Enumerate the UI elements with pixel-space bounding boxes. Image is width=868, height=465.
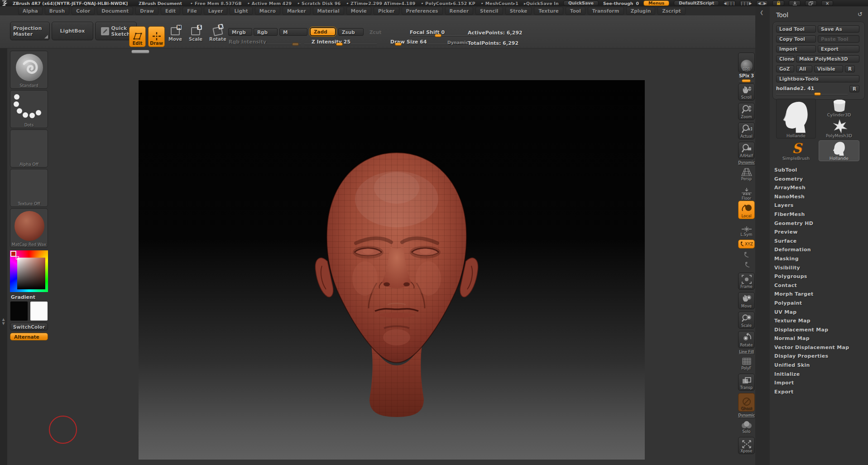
doc-nav-icon[interactable]: ◀❏▶ [756,0,768,6]
export-button[interactable]: Export [818,45,859,53]
rotate3d-button[interactable]: Rotate [738,331,755,348]
gradient-label[interactable]: Gradient [11,294,35,300]
xpose-button[interactable]: Xpose [738,437,755,454]
tool-section-item[interactable]: SubTool [770,166,868,175]
tool-section-item[interactable]: Polypaint [770,299,868,308]
menu-item[interactable]: Layer [204,7,228,15]
color-picker[interactable] [10,250,48,292]
projection-master-button[interactable]: Projection Master [10,22,50,40]
edit-button[interactable]: Edit [129,26,146,47]
menu-item[interactable]: Zscript [657,7,685,15]
tool-section-item[interactable]: Vector Displacement Map [770,343,868,352]
tool-section-item[interactable]: Layers [770,201,868,210]
lock-icon[interactable] [772,0,784,6]
transp-button[interactable]: Transp [738,374,755,391]
tool-thumb-hollande-small[interactable]: Hollande [819,140,859,161]
spix-handle[interactable] [742,79,751,82]
menu-item[interactable]: Render [445,7,474,15]
menu-item[interactable]: Texture [534,7,563,15]
palette-refresh-icon[interactable]: ↺ [858,11,863,18]
load-tool-button[interactable]: Load Tool [776,25,816,33]
menu-item[interactable]: Document [97,7,133,15]
tool-section-item[interactable]: Polygroups [770,272,868,281]
xyz-button[interactable]: XYZ [738,240,755,249]
current-tool-slider[interactable]: hollande2. 41 [776,86,815,91]
spix-label[interactable]: SPix 3 [738,73,755,78]
menu-item[interactable]: Stroke [505,7,532,15]
menu-item[interactable]: Light [230,7,252,15]
rgb-intensity-handle[interactable] [292,43,299,46]
polyf-button[interactable]: PolyF [738,354,755,371]
goz-all-button[interactable]: All [796,65,812,72]
current-tool-track[interactable] [776,94,848,95]
quicksave-button[interactable]: QuickSave [563,0,599,6]
divider-right-icon[interactable]: ❘❘❘▶ [740,0,752,6]
minimize-button[interactable] [789,0,801,6]
draw-button[interactable]: Draw [148,26,165,47]
see-through-value[interactable]: 0 [636,1,639,6]
document-canvas[interactable] [139,80,645,460]
frame-button[interactable]: Frame [738,273,755,290]
menu-item[interactable]: Brush [45,7,69,15]
menus-button[interactable]: Menus [643,0,669,6]
scale-button[interactable]: S Scale [189,27,202,42]
tool-section-item[interactable]: Export [770,388,868,397]
zsub-button[interactable]: Zsub [338,28,364,36]
zoom-button[interactable]: Zoom [738,103,755,120]
rgb-intensity-track[interactable] [229,44,301,44]
menu-item[interactable]: Picker [374,7,399,15]
tool-section-item[interactable]: Masking [770,254,868,264]
tool-section-item[interactable]: Preview [770,228,868,237]
menu-item[interactable]: Stencil [475,7,503,15]
tool-section-item[interactable]: Contact [770,281,868,290]
focal-shift-handle[interactable] [435,34,441,37]
divider-left-icon[interactable]: ◀❘❘❘ [724,0,735,6]
m-button[interactable]: M [279,28,307,36]
zcut-button[interactable]: Zcut [366,28,388,36]
main-color-swatch[interactable] [10,301,28,321]
tool-section-item[interactable]: Initialize [770,370,868,379]
menu-item[interactable]: Macro [255,7,280,15]
tool-section-item[interactable]: ArrayMesh [770,183,868,192]
rotate-button[interactable]: R Rotate [209,27,226,42]
tool-section-item[interactable]: Morph Target [770,290,868,299]
mrgb-button[interactable]: Mrgb [228,28,252,36]
persp-button[interactable]: Persp [738,165,755,182]
ghost-button[interactable]: Ghost [738,393,755,412]
dynamic-toggle[interactable]: Dynamic [447,40,468,45]
tool-section-item[interactable]: Import [770,379,868,388]
alternate-button[interactable]: Alternate [10,333,48,340]
tool-section-item[interactable]: UV Map [770,308,868,317]
tool-thumb-cylinder3d[interactable]: Cylinder3D [819,99,859,118]
tool-section-item[interactable]: Unified Skin [770,361,868,370]
tool-section-item[interactable]: Normal Map [770,334,868,343]
current-tool-handle[interactable] [814,92,821,96]
floor-button[interactable]: Floor [738,184,755,201]
lightbox-button[interactable]: LightBox [52,22,93,40]
menu-item[interactable]: Color [72,7,95,15]
scale3d-button[interactable]: Scale [738,312,755,329]
tool-thumb-hollande-big[interactable]: Hollande [776,99,816,139]
goz-visible-button[interactable]: Visible [814,65,843,72]
tool-r-button[interactable]: R [849,85,859,92]
z-rotate-icon[interactable] [743,261,752,268]
copy-tool-button[interactable]: Copy Tool [776,35,816,43]
restore-button[interactable] [805,0,817,6]
import-button[interactable]: Import [776,45,816,53]
tool-section-item[interactable]: NanoMesh [770,192,868,201]
zadd-button[interactable]: Zadd [310,27,336,36]
current-brush-thumb[interactable]: Standard [10,51,48,89]
tray-collapse-handle[interactable]: ▲▼ [0,312,6,331]
shelf-divider-grip[interactable] [131,50,149,53]
tool-section-item[interactable]: Geometry [770,175,868,184]
menu-item[interactable]: Zplugin [626,7,656,15]
current-stroke-thumb[interactable]: Dots [10,90,48,128]
right-tray-divider[interactable]: ❮ [755,6,770,465]
color-picker-sv-square[interactable] [17,258,45,289]
menu-item[interactable]: Material [313,7,344,15]
current-texture-thumb[interactable]: Texture Off [10,169,48,207]
tool-thumb-simplebrush[interactable]: S SimpleBrush [776,140,816,161]
current-material-thumb[interactable]: MatCap Red Wax [10,208,48,248]
scroll-button[interactable]: Scroll [738,83,755,101]
tool-section-item[interactable]: Surface [770,237,868,246]
